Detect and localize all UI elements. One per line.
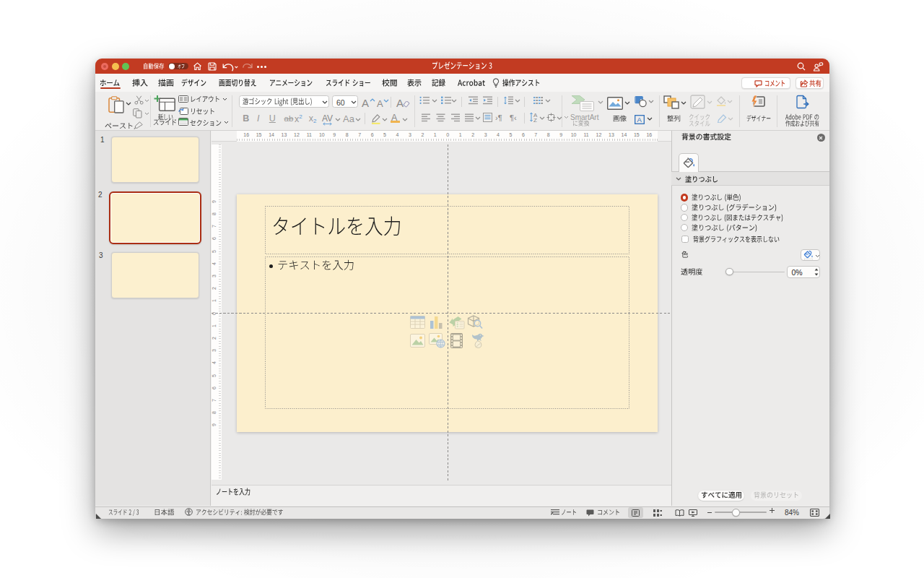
svg-text:A: A xyxy=(637,116,642,124)
svg-text:Z: Z xyxy=(533,117,537,122)
